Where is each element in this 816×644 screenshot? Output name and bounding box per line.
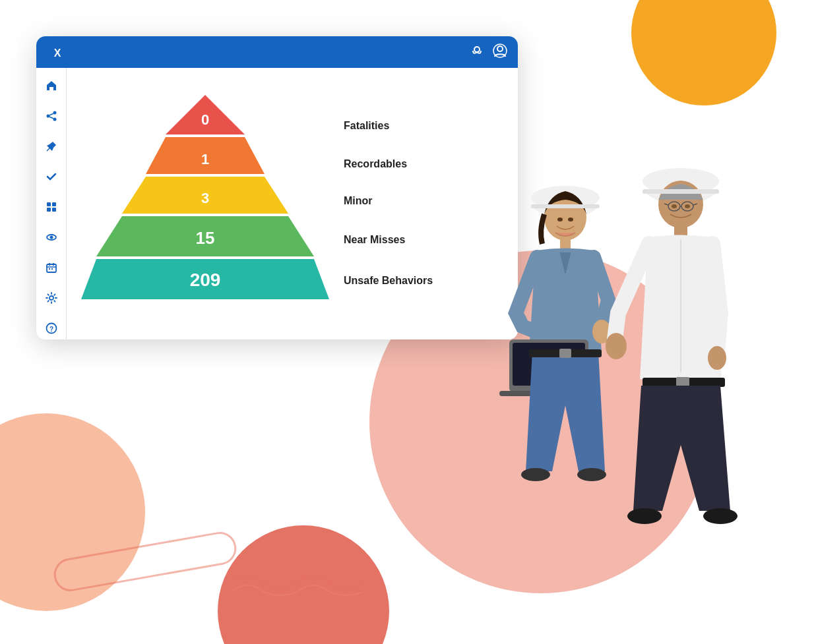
label-unsafe-behaviors: Unsafe Behaviors xyxy=(344,275,433,287)
svg-point-23 xyxy=(49,296,53,300)
svg-point-6 xyxy=(46,115,49,118)
sidebar-item-help[interactable]: ? xyxy=(42,318,61,338)
sidebar: ? xyxy=(36,68,67,339)
svg-point-65 xyxy=(557,218,563,221)
svg-point-54 xyxy=(708,346,726,370)
svg-point-53 xyxy=(606,333,627,359)
label-near-misses: Near Misses xyxy=(344,234,405,246)
svg-rect-13 xyxy=(47,208,51,212)
svg-rect-47 xyxy=(531,204,600,208)
sidebar-item-grid[interactable] xyxy=(42,197,61,217)
svg-point-58 xyxy=(672,204,677,208)
svg-rect-14 xyxy=(52,208,56,212)
svg-line-9 xyxy=(49,117,53,119)
svg-rect-22 xyxy=(51,268,53,270)
location-icon[interactable] xyxy=(470,44,484,61)
decoration-pill xyxy=(53,545,237,578)
svg-rect-21 xyxy=(49,268,50,270)
decoration-squiggle xyxy=(231,562,363,604)
sidebar-item-pin[interactable] xyxy=(42,136,61,156)
sidebar-item-share[interactable] xyxy=(42,106,61,126)
svg-point-46 xyxy=(577,468,606,481)
pyramid-chart: 0 1 3 15 209 xyxy=(80,82,330,326)
svg-text:209: 209 xyxy=(190,270,221,290)
sidebar-item-eye[interactable] xyxy=(42,227,61,247)
svg-point-59 xyxy=(685,204,690,208)
decoration-circle-orange xyxy=(631,0,776,105)
app-logo: X xyxy=(47,42,68,63)
pyramid-labels: Fatalities Recordables Minor Near Misses xyxy=(344,106,433,301)
svg-point-2 xyxy=(474,47,480,52)
svg-rect-12 xyxy=(52,202,56,206)
svg-point-55 xyxy=(627,508,662,524)
svg-point-66 xyxy=(568,218,573,221)
svg-text:15: 15 xyxy=(196,228,215,248)
svg-text:?: ? xyxy=(49,326,53,333)
svg-rect-57 xyxy=(643,189,719,194)
label-minor: Minor xyxy=(344,195,373,207)
svg-text:0: 0 xyxy=(201,111,209,128)
sidebar-item-calendar[interactable] xyxy=(42,258,61,278)
label-recordables: Recordables xyxy=(344,158,407,170)
svg-rect-44 xyxy=(559,349,571,358)
label-fatalities: Fatalities xyxy=(344,120,389,132)
svg-point-3 xyxy=(497,46,503,51)
people-image xyxy=(424,129,806,616)
svg-text:3: 3 xyxy=(201,190,209,206)
sidebar-item-home[interactable] xyxy=(42,76,61,96)
svg-text:1: 1 xyxy=(201,151,209,167)
sidebar-item-check[interactable] xyxy=(42,167,61,187)
user-icon[interactable] xyxy=(493,44,507,61)
browser-titlebar: X xyxy=(36,36,518,68)
svg-text:X: X xyxy=(54,47,61,59)
titlebar-icons xyxy=(470,44,507,61)
svg-point-56 xyxy=(703,508,738,524)
svg-point-45 xyxy=(521,468,550,481)
svg-point-5 xyxy=(53,111,56,115)
sidebar-item-settings[interactable] xyxy=(42,288,61,308)
svg-point-7 xyxy=(53,118,56,121)
svg-rect-11 xyxy=(47,202,51,206)
svg-point-16 xyxy=(49,236,53,239)
svg-line-8 xyxy=(49,113,53,115)
